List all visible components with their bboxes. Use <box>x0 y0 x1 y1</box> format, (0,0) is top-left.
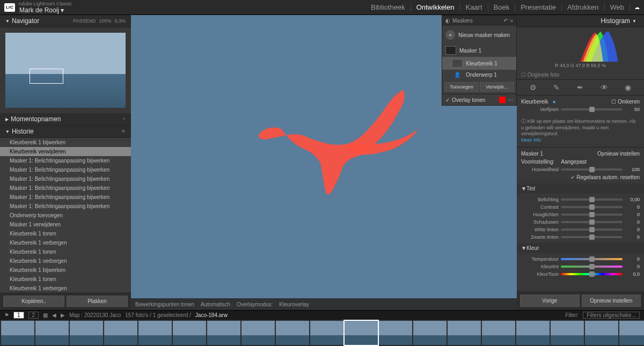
navigator-crop-rect[interactable] <box>30 69 63 84</box>
filmstrip-thumb[interactable]: 86 <box>379 321 412 345</box>
remove-mask-button[interactable]: Verwijde... <box>480 82 514 92</box>
color-section-header[interactable]: ▼ Kleur <box>517 243 644 253</box>
cloud-sync-icon[interactable]: ☁ <box>634 4 640 10</box>
history-item[interactable]: Masker 1 verwijderen <box>0 220 131 229</box>
color-sample-dot[interactable]: ● <box>553 99 556 105</box>
history-item[interactable]: Kleurbereik 1 verbergen <box>0 284 131 292</box>
eye-icon[interactable]: 👁 <box>601 83 608 92</box>
filmstrip-thumb[interactable]: 81 <box>207 321 240 345</box>
history-item[interactable]: Kleurbereik 1 tonen <box>0 275 131 284</box>
mask-item-1[interactable]: Masker 1 <box>442 44 516 57</box>
new-mask-button[interactable]: + Nieuw masker maken <box>442 26 516 44</box>
monitor-2[interactable]: 2 <box>28 312 39 319</box>
nav-afdrukken[interactable]: Afdrukken <box>562 3 605 11</box>
filmstrip-thumb[interactable]: 90 <box>516 321 550 345</box>
history-item[interactable]: Onderwerp toevoegen <box>0 211 131 220</box>
kleurtint-slider[interactable] <box>561 266 623 268</box>
copy-button[interactable]: Kopiëren.. <box>3 296 64 307</box>
undo-icon[interactable]: ↶ <box>503 18 508 24</box>
filmstrip-thumb[interactable]: 80 <box>173 321 206 345</box>
plus-icon[interactable]: + <box>123 116 126 122</box>
nav-back-icon[interactable]: ◀ <box>52 312 56 318</box>
add-mask-button[interactable]: Toevoegen <box>444 82 479 92</box>
nav-kaart[interactable]: Kaart <box>460 3 488 11</box>
filmstrip-thumb[interactable]: 89 <box>482 321 515 345</box>
filmstrip-thumb[interactable]: 92 <box>585 321 618 345</box>
mask-reset-link[interactable]: Opnieuw instellen <box>597 151 640 157</box>
zwarte tinten-slider[interactable] <box>561 236 623 238</box>
histogram-header[interactable]: Histogram ▼ <box>517 15 644 27</box>
history-item[interactable]: Masker 1: Belichtingaanpassing bijwerken <box>0 165 131 174</box>
tint-section-header[interactable]: ▼ Tint <box>517 183 644 194</box>
main-canvas[interactable]: ◐ Maskers ↶ » + Nieuw masker maken Maske… <box>131 15 517 310</box>
history-item[interactable]: Kleurbereik 1 tonen <box>0 247 131 256</box>
filmstrip-thumb[interactable]: 93 <box>619 321 644 345</box>
nav-fit[interactable]: PASSEND <box>73 18 96 24</box>
brush-icon[interactable]: ✎ <box>553 83 560 92</box>
nav-zoom-100[interactable]: 100% <box>99 18 111 24</box>
kleurtoon-slider[interactable] <box>561 273 623 275</box>
filmstrip-thumb[interactable]: 88 <box>448 321 481 345</box>
nav-fwd-icon[interactable]: ▶ <box>61 312 65 318</box>
filmstrip-thumb[interactable]: 83 <box>276 321 309 345</box>
eyedropper-icon[interactable]: ✒ <box>577 83 583 92</box>
temperatuur-slider[interactable] <box>561 258 623 260</box>
history-item[interactable]: Kleurbereik 1 tonen <box>0 229 131 238</box>
nav-ontwikkelen[interactable]: Ontwikkelen <box>411 3 460 11</box>
radial-icon[interactable]: ◉ <box>625 83 631 92</box>
close-icon[interactable]: ✕ <box>121 129 126 134</box>
history-header[interactable]: ▼ Historie ✕ <box>0 126 131 138</box>
histogram-display[interactable]: R 44,0 G 47,9 B 56,5 % <box>517 27 644 70</box>
nav-web[interactable]: Web <box>605 3 631 11</box>
history-item[interactable]: Masker 1: Belichtingaanpassing bijwerken <box>0 174 131 183</box>
filmstrip-thumb[interactable]: 85 <box>345 321 378 345</box>
filmstrip-thumb[interactable]: 87 <box>413 321 447 345</box>
edit-points-mode[interactable]: Automatisch <box>201 301 230 307</box>
amount-slider[interactable] <box>561 168 623 171</box>
belichting-slider[interactable] <box>561 198 623 201</box>
filmstrip-thumb[interactable]: 82 <box>241 321 275 345</box>
navigator-header[interactable]: ▼ Navigator PASSEND 100% 8,3% <box>0 15 131 27</box>
folder-path[interactable]: Map : 20220130 Jaco <box>69 312 121 318</box>
history-item[interactable]: Kleurbereik 1 verbergen <box>0 256 131 266</box>
history-item[interactable]: Masker 1: Belichtingaanpassing bijwerken <box>0 202 131 211</box>
filter-dropdown[interactable]: Filters uitgeschake... <box>583 312 640 319</box>
masks-header[interactable]: ◐ Maskers ↶ » <box>442 16 516 26</box>
nav-bibliotheek[interactable]: Bibliotheek <box>365 3 411 11</box>
navigator-thumbnail[interactable] <box>0 27 131 113</box>
reset-button[interactable]: Opnieuw instellen <box>582 295 641 307</box>
filmstrip-thumb[interactable]: 84 <box>310 321 343 345</box>
filmstrip-thumb[interactable]: 75 <box>1 321 34 345</box>
nav-presentatie[interactable]: Presentatie <box>515 3 562 11</box>
paste-button[interactable]: Plakken <box>67 296 128 307</box>
filmstrip-thumb[interactable]: 77 <box>70 321 103 345</box>
filmstrip-thumb[interactable]: 91 <box>551 321 584 345</box>
history-item[interactable]: Masker 1: Belichtingaanpassing bijwerken <box>0 193 131 202</box>
mask-component-colorrange[interactable]: Kleurbereik 1 <box>442 57 516 70</box>
invert-toggle[interactable]: ☐ Omkeren <box>611 99 640 105</box>
overlay-color-swatch[interactable] <box>499 97 506 103</box>
checkbox-icon[interactable]: ✓ <box>445 97 450 103</box>
history-item[interactable]: Kleurbereik 1 verbergen <box>0 238 131 247</box>
grid-icon[interactable]: ▦ <box>43 312 48 318</box>
hooglichten-slider[interactable] <box>561 214 623 216</box>
history-item[interactable]: Masker 1: Belichtingaanpassing bijwerken <box>0 183 131 193</box>
overlay-mode-value[interactable]: Kleuroverlay <box>279 301 309 307</box>
overlay-label[interactable]: Overlay tonen <box>452 97 485 103</box>
schaduwen-slider[interactable] <box>561 221 623 223</box>
preset-value[interactable]: Aangepast <box>561 159 587 165</box>
adjust-icon[interactable]: ⚙ <box>530 83 537 92</box>
nav-zoom-custom[interactable]: 8,3% <box>114 18 126 24</box>
filmstrip[interactable]: 7576777879808182838485868788899091929394… <box>0 320 644 346</box>
mask-component-subject[interactable]: 👤 Onderwerp 1 <box>442 70 516 80</box>
filmstrip-thumb[interactable]: 76 <box>35 321 69 345</box>
history-item[interactable]: Masker 1: Belichtingaanpassing bijwerken <box>0 156 131 165</box>
nav-boek[interactable]: Boek <box>488 3 516 11</box>
flag-icon[interactable]: ⚑ <box>4 312 9 318</box>
snapshots-header[interactable]: ▶ Momentopnamen + <box>0 113 131 126</box>
close-icon[interactable]: » <box>510 18 513 24</box>
refine-slider[interactable] <box>561 108 623 111</box>
auto-reset-toggle[interactable]: ✓ Regelaars autom. resetten <box>570 174 640 180</box>
more-info-link[interactable]: Meer info <box>521 137 541 143</box>
monitor-1[interactable]: 1 <box>13 312 24 319</box>
